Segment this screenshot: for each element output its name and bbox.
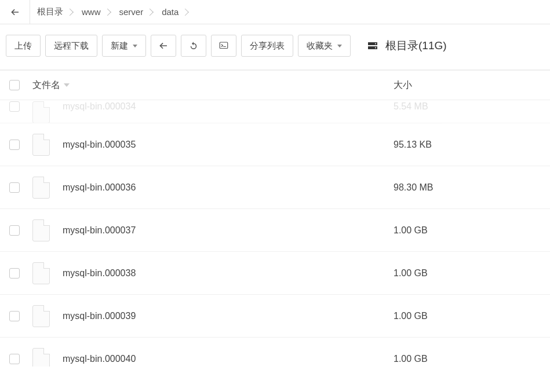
breadcrumb-item-data[interactable]: data — [155, 0, 190, 24]
breadcrumb-label: 根目录 — [37, 6, 63, 17]
breadcrumb-label: server — [119, 7, 144, 17]
button-label: 新建 — [111, 41, 128, 52]
column-header-name[interactable]: 文件名 — [32, 79, 394, 91]
table-row[interactable]: mysql-bin.000037 1.00 GB — [0, 209, 550, 252]
file-size: 1.00 GB — [394, 354, 550, 364]
file-size: 1.00 GB — [394, 268, 550, 279]
disk-icon — [366, 39, 380, 53]
breadcrumb-label: data — [162, 7, 179, 17]
file-name: mysql-bin.000040 — [63, 354, 394, 364]
select-all-checkbox[interactable] — [9, 80, 20, 90]
caret-down-icon — [337, 45, 342, 47]
arrow-left-icon — [10, 7, 20, 17]
file-size: 98.30 MB — [394, 182, 550, 193]
table-row[interactable]: mysql-bin.000040 1.00 GB — [0, 338, 550, 367]
table-row[interactable]: mysql-bin.000038 1.00 GB — [0, 252, 550, 295]
column-header-size[interactable]: 大小 — [394, 79, 550, 91]
column-header-row: 文件名 大小 — [0, 70, 550, 100]
file-size: 95.13 KB — [394, 140, 550, 150]
row-checkbox[interactable] — [9, 182, 20, 193]
disk-info[interactable]: 根目录(11G) — [366, 38, 447, 53]
file-size: 5.54 MB — [394, 101, 550, 112]
breadcrumb-label: www — [82, 7, 101, 17]
file-icon — [32, 348, 50, 367]
row-checkbox[interactable] — [9, 311, 20, 321]
terminal-button[interactable] — [211, 35, 236, 57]
nav-back-button[interactable] — [151, 35, 176, 57]
breadcrumb-item-root[interactable]: 根目录 — [30, 0, 75, 24]
upload-button[interactable]: 上传 — [6, 35, 41, 57]
table-row[interactable]: mysql-bin.000039 1.00 GB — [0, 295, 550, 338]
refresh-button[interactable] — [181, 35, 206, 57]
breadcrumb-bar: 根目录 www server data — [0, 0, 550, 24]
button-label: 上传 — [14, 41, 32, 52]
file-icon — [32, 262, 50, 284]
file-icon — [32, 177, 50, 199]
file-name: mysql-bin.000035 — [63, 140, 394, 150]
button-label: 远程下载 — [54, 41, 89, 52]
file-icon — [32, 134, 50, 156]
file-size: 1.00 GB — [394, 311, 550, 321]
svg-point-1 — [375, 43, 376, 45]
button-label: 分享列表 — [250, 41, 285, 52]
breadcrumb-item-www[interactable]: www — [75, 0, 112, 24]
svg-point-2 — [375, 47, 376, 49]
disk-label: 根目录(11G) — [385, 38, 447, 53]
table-row[interactable]: mysql-bin.000034 5.54 MB — [0, 100, 550, 123]
file-icon — [32, 305, 50, 327]
file-name: mysql-bin.000037 — [63, 225, 394, 236]
arrow-left-icon — [158, 41, 169, 51]
file-icon — [32, 101, 50, 123]
toolbar: 上传 远程下载 新建 分享列表 收藏夹 — [0, 24, 550, 70]
file-list[interactable]: mysql-bin.000034 5.54 MB mysql-bin.00003… — [0, 100, 550, 367]
row-checkbox[interactable] — [9, 225, 20, 236]
new-button[interactable]: 新建 — [102, 35, 146, 57]
table-row[interactable]: mysql-bin.000035 95.13 KB — [0, 123, 550, 166]
row-checkbox[interactable] — [9, 268, 20, 279]
sort-desc-icon — [64, 83, 70, 87]
file-name: mysql-bin.000039 — [63, 311, 394, 321]
column-label: 大小 — [394, 80, 412, 90]
refresh-icon — [188, 41, 199, 51]
file-size: 1.00 GB — [394, 225, 550, 236]
file-icon — [32, 219, 50, 241]
terminal-icon — [218, 41, 229, 51]
button-label: 收藏夹 — [307, 41, 333, 52]
caret-down-icon — [133, 45, 137, 47]
row-checkbox[interactable] — [9, 101, 20, 112]
column-label: 文件名 — [32, 79, 60, 91]
file-manager: 根目录 www server data 上传 远程下载 新建 — [0, 0, 550, 392]
row-checkbox[interactable] — [9, 140, 20, 150]
svg-rect-0 — [220, 42, 228, 49]
file-name: mysql-bin.000036 — [63, 182, 394, 193]
file-name: mysql-bin.000038 — [63, 268, 394, 279]
table-row[interactable]: mysql-bin.000036 98.30 MB — [0, 166, 550, 209]
file-name: mysql-bin.000034 — [63, 101, 394, 112]
back-button[interactable] — [0, 0, 30, 24]
favorites-button[interactable]: 收藏夹 — [298, 35, 351, 57]
row-checkbox[interactable] — [9, 354, 20, 364]
remote-download-button[interactable]: 远程下载 — [45, 35, 97, 57]
breadcrumb-item-server[interactable]: server — [112, 0, 155, 24]
select-all-cell[interactable] — [9, 80, 32, 90]
share-list-button[interactable]: 分享列表 — [241, 35, 293, 57]
